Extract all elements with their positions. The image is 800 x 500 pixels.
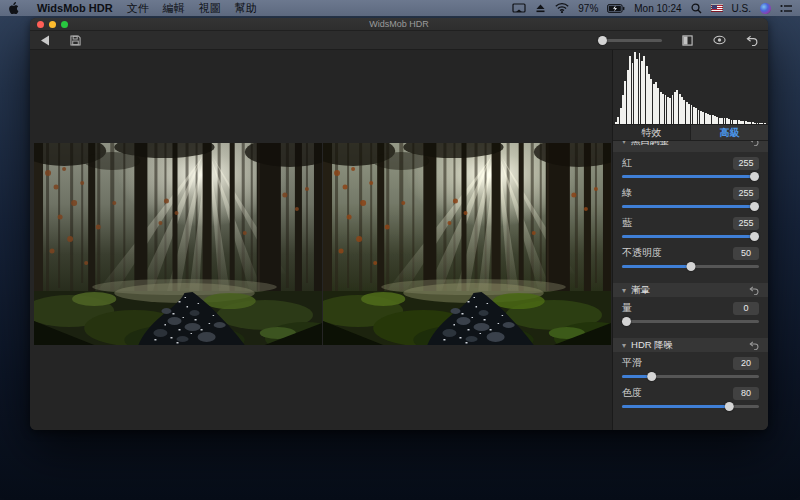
input-source-flag-icon[interactable] — [711, 4, 723, 12]
slider-value[interactable]: 0 — [733, 302, 759, 315]
slider-label: 量 — [622, 301, 632, 315]
controls-scroll-area[interactable]: ▾ 黑白調整 紅 255 — [613, 141, 768, 430]
slider-value[interactable]: 20 — [733, 357, 759, 370]
section-header-hdr-denoise[interactable]: ▾ HDR 降噪 — [613, 338, 768, 352]
tab-advanced[interactable]: 高級 — [690, 125, 768, 140]
display-mirroring-icon[interactable] — [512, 3, 526, 14]
menu-app-name[interactable]: WidsMob HDR — [37, 2, 113, 14]
slider-value[interactable]: 80 — [733, 387, 759, 400]
input-source-label[interactable]: U.S. — [732, 3, 751, 14]
photo-before[interactable] — [34, 143, 322, 345]
wifi-icon[interactable] — [555, 3, 569, 13]
slider-row-red: 紅 255 — [622, 156, 759, 182]
slider-row-blue: 藍 255 — [622, 216, 759, 242]
slider-value[interactable]: 255 — [733, 217, 759, 230]
panel-tabs: 特效 高級 — [613, 124, 768, 141]
image-canvas[interactable] — [30, 50, 612, 430]
disclosure-triangle-icon: ▾ — [622, 286, 626, 295]
slider-row-chroma: 色度 80 — [622, 386, 759, 412]
menu-item-view[interactable]: 視圖 — [199, 1, 221, 16]
blue-slider[interactable] — [622, 231, 759, 242]
slider-row-opacity: 不透明度 50 — [622, 246, 759, 272]
slider-row-smooth: 平滑 20 — [622, 356, 759, 382]
slider-value[interactable]: 255 — [733, 157, 759, 170]
app-window: WidsMob HDR — [30, 18, 768, 430]
section-reset-icon[interactable] — [749, 286, 759, 295]
photo-after[interactable] — [323, 143, 611, 345]
menu-bar: WidsMob HDR 文件 編輯 視圖 幫助 97% Mon 10:24 U.… — [0, 0, 800, 16]
slider-label: 色度 — [622, 386, 642, 400]
section-header-bw-adjust[interactable]: ▾ 黑白調整 — [613, 141, 768, 152]
tab-effects[interactable]: 特效 — [613, 125, 690, 140]
adjustment-panel: 特效 高級 ▾ 黑白調整 紅 25 — [612, 50, 768, 430]
zoom-button[interactable] — [61, 21, 68, 28]
slider-value[interactable]: 255 — [733, 187, 759, 200]
back-button[interactable] — [40, 35, 50, 46]
preview-eye-icon[interactable] — [713, 35, 726, 45]
slider-row-green: 綠 255 — [622, 186, 759, 212]
toolbar — [30, 31, 768, 50]
compare-split-view-icon[interactable] — [682, 35, 693, 46]
menu-item-help[interactable]: 幫助 — [235, 1, 257, 16]
window-title: WidsMob HDR — [369, 19, 429, 29]
section-header-vignette[interactable]: ▾ 漸暈 — [613, 283, 768, 297]
red-slider[interactable] — [622, 171, 759, 182]
minimize-button[interactable] — [49, 21, 56, 28]
battery-charging-icon[interactable] — [607, 4, 625, 13]
slider-label: 紅 — [622, 156, 632, 170]
green-slider[interactable] — [622, 201, 759, 212]
slider-label: 不透明度 — [622, 246, 662, 260]
slider-label: 藍 — [622, 216, 632, 230]
amount-slider[interactable] — [622, 316, 759, 327]
siri-icon[interactable] — [760, 3, 771, 14]
slider-value[interactable]: 50 — [733, 247, 759, 260]
apple-menu-icon[interactable] — [8, 2, 19, 15]
spotlight-search-icon[interactable] — [691, 3, 702, 14]
disclosure-triangle-icon: ▾ — [622, 141, 626, 146]
slider-row-amount: 量 0 — [622, 301, 759, 327]
zoom-slider[interactable] — [598, 35, 662, 46]
eject-icon[interactable] — [535, 3, 546, 13]
histogram — [613, 50, 768, 124]
section-reset-icon[interactable] — [749, 341, 759, 350]
slider-label: 綠 — [622, 186, 632, 200]
title-bar[interactable]: WidsMob HDR — [30, 18, 768, 31]
disclosure-triangle-icon: ▾ — [622, 341, 626, 350]
menu-item-edit[interactable]: 編輯 — [163, 1, 185, 16]
menu-item-file[interactable]: 文件 — [127, 1, 149, 16]
smooth-slider[interactable] — [622, 371, 759, 382]
reset-button-icon[interactable] — [746, 35, 758, 46]
save-button[interactable] — [70, 35, 81, 46]
notification-center-icon[interactable] — [780, 4, 792, 13]
close-button[interactable] — [37, 21, 44, 28]
section-reset-icon[interactable] — [749, 141, 759, 146]
chroma-slider[interactable] — [622, 401, 759, 412]
battery-percentage: 97% — [578, 3, 598, 14]
slider-label: 平滑 — [622, 356, 642, 370]
opacity-slider[interactable] — [622, 261, 759, 272]
menu-clock[interactable]: Mon 10:24 — [634, 3, 681, 14]
